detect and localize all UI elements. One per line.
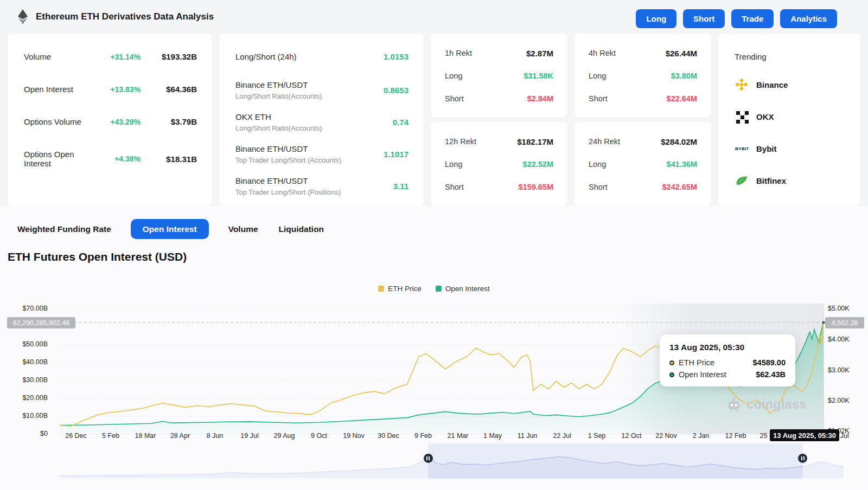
tab-open-interest[interactable]: Open Interest xyxy=(131,219,209,239)
trending-item-binance[interactable]: Binance xyxy=(735,78,845,92)
bitfinex-icon xyxy=(735,173,749,188)
rekt-total: $26.44M xyxy=(666,49,697,58)
navigator-left-handle[interactable] xyxy=(424,454,433,463)
trending-item-name: Bitfinex xyxy=(756,176,786,185)
rekt-total: $284.02M xyxy=(661,137,697,146)
current-date-tag: 13 Aug 2025, 05:30 xyxy=(770,429,839,441)
analytics-button[interactable]: Analytics xyxy=(780,9,837,28)
x-axis-tick: 29 Aug xyxy=(265,432,304,440)
rekt-title: 12h Rekt xyxy=(445,137,476,146)
svg-text:BYBIT: BYBIT xyxy=(735,146,749,151)
trending-item-bybit[interactable]: BYBITBybit xyxy=(735,141,845,156)
stat-row: Options Volume+43.29%$3.79B xyxy=(24,117,197,126)
rekt-title: 24h Rekt xyxy=(589,137,620,146)
tooltip-label: Open Interest xyxy=(679,370,756,379)
ratio-value: 3.11 xyxy=(393,182,409,191)
ethereum-logo-icon xyxy=(15,9,30,25)
chart-range-navigator[interactable] xyxy=(0,443,868,480)
rekt-total: $2.87M xyxy=(526,49,553,58)
trade-button[interactable]: Trade xyxy=(731,9,774,28)
trending-item-bitfinex[interactable]: Bitfinex xyxy=(735,173,845,188)
header: Ethereum ETH Derivatives Data Analysis L… xyxy=(0,0,868,34)
rekt-short-label: Short xyxy=(445,183,464,191)
okx-icon xyxy=(735,109,749,124)
stat-change: +4.38% xyxy=(95,154,141,163)
current-eth-price-tag: 4,562.28 xyxy=(825,317,864,328)
stat-label: Open Interest xyxy=(24,85,95,94)
left-axis-tick: $20.00B xyxy=(0,394,48,402)
trending-item-okx[interactable]: OKX xyxy=(735,109,845,124)
ratio-row: Binance ETH/USDTLong/Short Ratio(Account… xyxy=(235,79,409,101)
left-axis-tick: $50.00B xyxy=(0,340,48,348)
market-stats-card: Volume+31.14%$193.32BOpen Interest+13.83… xyxy=(8,34,212,206)
bybit-icon: BYBIT xyxy=(735,141,749,156)
coinglass-robot-icon xyxy=(726,396,742,412)
x-axis-tick: 12 Oct xyxy=(612,432,651,440)
chart-legend: ETH PriceOpen Interest xyxy=(0,285,868,293)
trending-item-name: OKX xyxy=(756,112,774,121)
ratio-row: Long/Short (24h)1.0153 xyxy=(235,50,409,63)
trending-card: Trending BinanceOKXBYBITBybitBitfinex xyxy=(718,34,860,206)
right-axis-tick: $5.00K xyxy=(828,305,867,312)
ratio-label: Binance ETH/USDT xyxy=(235,176,393,185)
rekt-long-value: $3.80M xyxy=(671,72,697,80)
x-axis-tick: 18 Mar xyxy=(126,432,165,440)
tooltip-row-open-interest: Open Interest $62.43B xyxy=(669,370,786,379)
rekt-long-value: $22.52M xyxy=(523,160,553,169)
legend-item-eth-price[interactable]: ETH Price xyxy=(378,285,422,293)
left-axis-tick: $0 xyxy=(0,430,48,437)
binance-icon xyxy=(735,78,749,92)
current-point-marker xyxy=(822,321,825,324)
x-axis-tick: 2 Jan xyxy=(681,432,720,440)
ratio-value: 1.1017 xyxy=(384,150,409,159)
ratio-value: 0.8653 xyxy=(384,86,409,95)
stat-label: Options Volume xyxy=(24,117,95,126)
market-stats-rows: Volume+31.14%$193.32BOpen Interest+13.83… xyxy=(8,34,212,168)
rekt-short-value: $242.65M xyxy=(662,183,698,191)
stat-label: Options Open Interest xyxy=(24,150,95,168)
chart-tabs: Weighted Funding RateOpen InterestVolume… xyxy=(16,219,325,239)
chart-section: Weighted Funding RateOpen InterestVolume… xyxy=(0,206,868,490)
left-axis-tick: $30.00B xyxy=(0,376,48,384)
rekt-short-label: Short xyxy=(589,94,608,103)
x-axis-tick: 9 Feb xyxy=(404,432,443,440)
trending-item-name: Bybit xyxy=(756,144,777,153)
x-axis-tick: 1 Sep xyxy=(577,432,616,440)
rekt-card-4h: 4h Rekt$26.44MLong$3.80MShort$22.64M xyxy=(575,34,711,118)
summary-cards-row: Volume+31.14%$193.32BOpen Interest+13.83… xyxy=(8,34,860,206)
legend-swatch-icon xyxy=(436,286,442,292)
left-axis-tick: $10.00B xyxy=(0,412,48,420)
short-button[interactable]: Short xyxy=(683,9,725,28)
page: Ethereum ETH Derivatives Data Analysis L… xyxy=(0,0,868,490)
ratio-label: Binance ETH/USDT xyxy=(235,144,384,153)
tab-weighted-funding-rate[interactable]: Weighted Funding Rate xyxy=(16,219,112,239)
ratio-label: Long/Short (24h) xyxy=(235,52,384,61)
navigator-svg[interactable] xyxy=(0,443,868,480)
main-chart-area[interactable]: $70.00B$50.00B$40.00B$30.00B$20.00B$10.0… xyxy=(0,295,868,443)
tab-volume[interactable]: Volume xyxy=(227,219,259,239)
long-button[interactable]: Long xyxy=(636,9,676,28)
current-open-interest-tag: 62,290,285,902.46 xyxy=(7,317,75,328)
tooltip-value: $4589.00 xyxy=(753,358,786,367)
chart-title: ETH Futures Open Interest (USD) xyxy=(8,250,187,263)
ratio-label: OKX ETH xyxy=(235,112,393,121)
ratio-sub-label: Top Trader Long/Short (Accounts) xyxy=(235,156,384,164)
x-axis-tick: 1 May xyxy=(473,432,512,440)
stat-row: Volume+31.14%$193.32B xyxy=(24,52,197,61)
page-title: Ethereum ETH Derivatives Data Analysis xyxy=(36,11,214,22)
rekt-long-label: Long xyxy=(445,72,462,80)
legend-swatch-icon xyxy=(378,286,384,292)
rekt-title: 1h Rekt xyxy=(445,49,472,57)
right-axis-tick: $2.00K xyxy=(828,397,867,404)
ratio-row: Binance ETH/USDTTop Trader Long/Short (A… xyxy=(235,143,409,165)
rekt-card-1h: 1h Rekt$2.87MLong$31.58KShort$2.84M xyxy=(431,34,567,118)
x-axis-tick: 9 Oct xyxy=(299,432,339,440)
tab-liquidation[interactable]: Liquidation xyxy=(278,219,326,239)
legend-item-open-interest[interactable]: Open Interest xyxy=(436,285,490,293)
open-interest-dot-icon xyxy=(669,372,674,377)
legend-label: ETH Price xyxy=(388,285,422,293)
eth-price-dot-icon xyxy=(669,360,674,365)
legend-label: Open Interest xyxy=(445,285,490,293)
stat-value: $3.79B xyxy=(141,117,197,126)
stat-change: +31.14% xyxy=(95,53,141,61)
